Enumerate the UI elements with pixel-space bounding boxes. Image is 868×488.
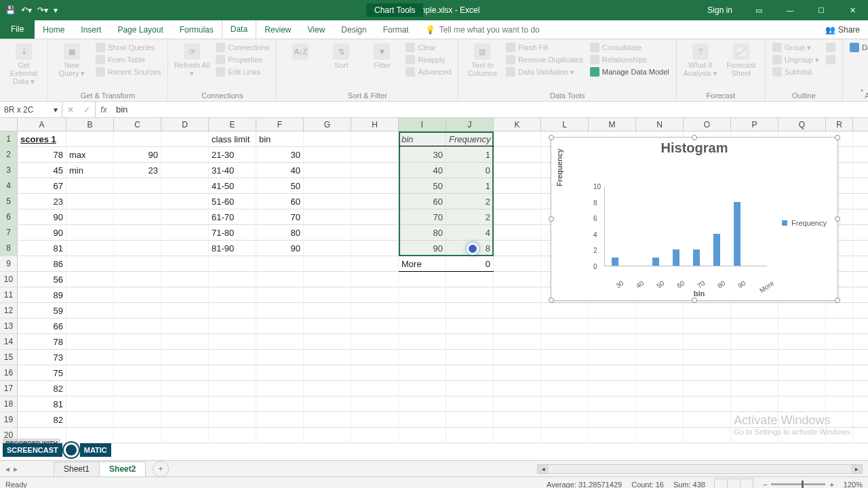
connections-button[interactable]: Connections xyxy=(214,42,271,53)
cell-L15[interactable] xyxy=(541,350,589,365)
cell-B10[interactable] xyxy=(66,272,114,287)
cell-R20[interactable] xyxy=(826,428,853,443)
cell-I19[interactable] xyxy=(399,412,446,427)
cell-I20[interactable] xyxy=(399,428,446,443)
column-header-I[interactable]: I xyxy=(399,118,446,131)
cell-D6[interactable] xyxy=(161,209,209,224)
row-header-7[interactable]: 7 xyxy=(0,225,18,240)
page-layout-view-icon[interactable] xyxy=(727,479,741,489)
cell-J3[interactable]: 0 xyxy=(446,163,494,178)
cell-B17[interactable] xyxy=(66,381,114,396)
cell-H12[interactable] xyxy=(351,303,399,318)
tab-review[interactable]: Review xyxy=(256,21,299,39)
cell-F16[interactable] xyxy=(256,365,304,380)
hide-detail-icon[interactable] xyxy=(825,54,837,65)
cell-B5[interactable] xyxy=(66,194,114,209)
cell-A3[interactable]: 45 xyxy=(18,163,66,178)
cell-P20[interactable] xyxy=(731,428,778,443)
cell-H19[interactable] xyxy=(351,412,399,427)
cell-I18[interactable] xyxy=(399,396,446,411)
tab-design[interactable]: Design xyxy=(333,21,374,39)
get-external-data-button[interactable]: ⇣Get External Data ▾ xyxy=(5,42,42,86)
sheet-nav-last-icon[interactable]: ▸ xyxy=(14,464,18,474)
redo-icon[interactable]: ↷▾ xyxy=(37,5,48,15)
cell-B15[interactable] xyxy=(66,350,114,365)
cell-L18[interactable] xyxy=(541,396,589,411)
tab-data[interactable]: Data xyxy=(222,20,256,39)
cell-N19[interactable] xyxy=(636,412,684,427)
cell-N18[interactable] xyxy=(636,396,684,411)
cell-F6[interactable]: 70 xyxy=(256,209,304,224)
column-header-D[interactable]: D xyxy=(161,118,209,131)
cell-R15[interactable] xyxy=(826,350,853,365)
cell-K19[interactable] xyxy=(494,412,541,427)
sort-az-button[interactable]: A↓Z xyxy=(282,42,319,60)
cell-F12[interactable] xyxy=(256,303,304,318)
maximize-icon[interactable]: ☐ xyxy=(806,0,837,20)
cell-Q20[interactable] xyxy=(778,428,826,443)
sign-in-link[interactable]: Sign in xyxy=(707,5,732,15)
cell-G18[interactable] xyxy=(304,396,351,411)
cell-G7[interactable] xyxy=(304,225,351,240)
column-header-A[interactable]: A xyxy=(18,118,66,131)
cell-J17[interactable] xyxy=(446,381,494,396)
cell-I10[interactable] xyxy=(399,272,446,287)
data-analysis-button[interactable]: Data Analysis xyxy=(848,42,868,53)
cell-J1[interactable]: Frequency xyxy=(446,131,494,146)
cell-R16[interactable] xyxy=(826,365,853,380)
row-header-13[interactable]: 13 xyxy=(0,319,18,333)
cell-A14[interactable]: 78 xyxy=(18,334,66,349)
cell-G3[interactable] xyxy=(304,163,351,178)
cell-A15[interactable]: 73 xyxy=(18,350,66,365)
bar-60[interactable] xyxy=(673,249,679,266)
cell-C5[interactable] xyxy=(114,194,161,209)
cell-J19[interactable] xyxy=(446,412,494,427)
cell-P16[interactable] xyxy=(731,365,778,380)
cell-E19[interactable] xyxy=(209,412,256,427)
cell-H16[interactable] xyxy=(351,365,399,380)
cell-B14[interactable] xyxy=(66,334,114,349)
cell-A9[interactable]: 86 xyxy=(18,256,66,271)
cell-Q17[interactable] xyxy=(778,381,826,396)
cell-A11[interactable]: 89 xyxy=(18,287,66,302)
cell-A12[interactable]: 59 xyxy=(18,303,66,318)
cell-F5[interactable]: 60 xyxy=(256,194,304,209)
cell-A7[interactable]: 90 xyxy=(18,225,66,240)
cell-A18[interactable]: 81 xyxy=(18,396,66,411)
cell-C17[interactable] xyxy=(114,381,161,396)
zoom-slider[interactable]: − + xyxy=(763,481,834,489)
cell-C10[interactable] xyxy=(114,272,161,287)
cell-F9[interactable] xyxy=(256,256,304,271)
cell-Q19[interactable] xyxy=(778,412,826,427)
cell-P12[interactable] xyxy=(731,303,778,318)
cell-Q18[interactable] xyxy=(778,396,826,411)
cell-H6[interactable] xyxy=(351,209,399,224)
chevron-down-icon[interactable]: ▾ xyxy=(54,105,58,115)
cell-R14[interactable] xyxy=(826,334,853,349)
cell-I6[interactable]: 70 xyxy=(399,209,446,224)
column-header-F[interactable]: F xyxy=(256,118,304,131)
cell-M20[interactable] xyxy=(589,428,636,443)
worksheet-grid[interactable]: ABCDEFGHIJKLMNOPQR 1scores 1class limitb… xyxy=(0,118,868,460)
cell-C9[interactable] xyxy=(114,256,161,271)
cell-J11[interactable] xyxy=(446,287,494,302)
collapse-ribbon-icon[interactable]: ˄ xyxy=(860,89,864,98)
cell-R12[interactable] xyxy=(826,303,853,318)
cell-E11[interactable] xyxy=(209,287,256,302)
row-header-15[interactable]: 15 xyxy=(0,350,18,365)
cell-K10[interactable] xyxy=(494,272,541,287)
cell-G5[interactable] xyxy=(304,194,351,209)
cell-G15[interactable] xyxy=(304,350,351,365)
select-all-corner[interactable] xyxy=(0,118,18,131)
cell-I2[interactable]: 30 xyxy=(399,147,446,162)
cell-J18[interactable] xyxy=(446,396,494,411)
cell-O18[interactable] xyxy=(684,396,731,411)
cell-F3[interactable]: 40 xyxy=(256,163,304,178)
cell-A2[interactable]: 78 xyxy=(18,147,66,162)
bar-50[interactable] xyxy=(652,258,659,266)
column-header-C[interactable]: C xyxy=(114,118,161,131)
cell-O15[interactable] xyxy=(684,350,731,365)
cell-I11[interactable] xyxy=(399,287,446,302)
cell-D20[interactable] xyxy=(161,428,209,443)
sheet-nav-first-icon[interactable]: ◂ xyxy=(5,464,9,474)
